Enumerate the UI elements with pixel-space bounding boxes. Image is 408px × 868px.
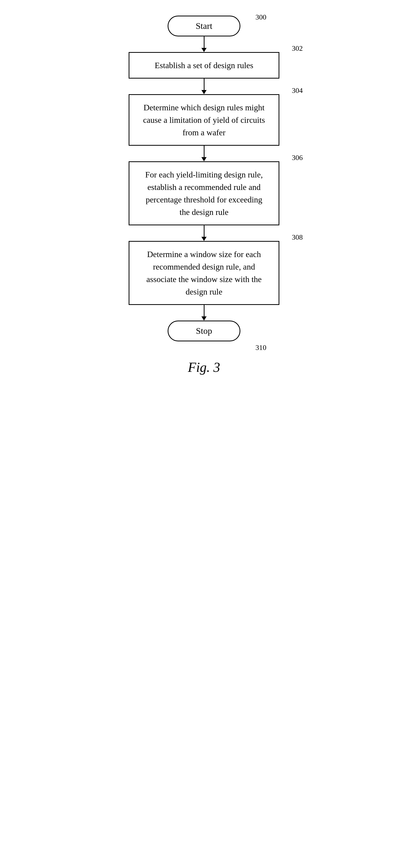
start-node: Start — [168, 16, 240, 36]
ref-310: 310 — [256, 343, 266, 352]
figure-caption: Fig. 3 — [188, 360, 220, 375]
arrow-head-2 — [201, 90, 207, 94]
arrow-line-1 — [204, 36, 205, 48]
ref-308: 308 — [292, 233, 303, 242]
flowchart-container: Start 300 Establish a set of design rule… — [103, 0, 305, 396]
arrow-line-5 — [204, 305, 205, 316]
arrow-5 — [201, 305, 207, 320]
step308-node: Determine a window size for each recomme… — [129, 241, 279, 305]
arrow-line-3 — [204, 146, 205, 157]
arrow-2 — [201, 79, 207, 94]
arrow-head-5 — [201, 316, 207, 320]
stop-node: Stop — [168, 320, 240, 341]
arrow-3 — [201, 146, 207, 161]
ref-304: 304 — [292, 86, 303, 95]
start-node-wrapper: Start 300 — [168, 16, 240, 36]
step302-node: Establish a set of design rules — [129, 52, 279, 79]
ref-306: 306 — [292, 154, 303, 162]
step304-node: Determine which design rules might cause… — [129, 94, 279, 146]
stop-node-wrapper: Stop 310 — [168, 320, 240, 341]
arrow-1 — [201, 36, 207, 52]
step304-wrapper: Determine which design rules might cause… — [129, 94, 279, 146]
ref-300: 300 — [256, 13, 266, 21]
arrow-head-1 — [201, 48, 207, 52]
arrow-line-4 — [204, 225, 205, 237]
step308-wrapper: Determine a window size for each recomme… — [129, 241, 279, 305]
arrow-line-2 — [204, 79, 205, 90]
step306-wrapper: For each yield-limiting design rule, est… — [129, 161, 279, 225]
ref-302: 302 — [292, 44, 303, 53]
arrow-4 — [201, 225, 207, 241]
arrow-head-4 — [201, 237, 207, 241]
arrow-head-3 — [201, 157, 207, 161]
step302-wrapper: Establish a set of design rules 302 — [129, 52, 279, 79]
step306-node: For each yield-limiting design rule, est… — [129, 161, 279, 225]
